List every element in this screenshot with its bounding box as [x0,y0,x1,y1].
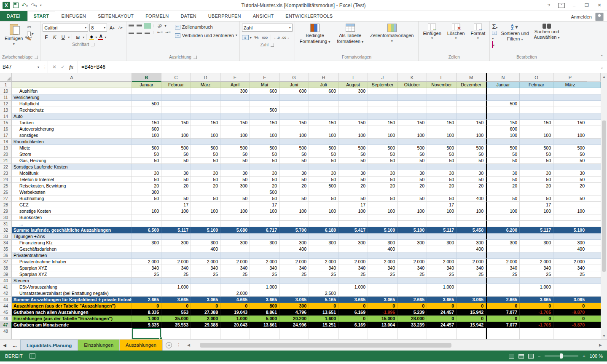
cell[interactable]: 25 [191,271,220,278]
horizontal-scrollbar[interactable]: ◀ ▶ [185,342,604,348]
cell[interactable]: 2.000 [520,259,553,265]
cell[interactable]: 100 [220,208,250,214]
cell[interactable] [486,252,520,259]
cell[interactable]: 100 [427,132,457,139]
cell[interactable] [457,233,486,240]
cell[interactable] [309,246,338,252]
cell[interactable]: 3.065 [368,297,398,303]
row-header-25[interactable]: 25 [0,183,12,189]
cell[interactable]: 300 [279,240,309,246]
cell[interactable]: 100 [457,132,486,139]
cell[interactable] [309,252,338,259]
column-header-H[interactable]: H [309,73,338,82]
cell[interactable]: 6.169 [338,309,368,316]
cell[interactable]: 500 [132,101,161,107]
cell[interactable]: 300 [427,240,457,246]
cell[interactable]: 50 [309,177,338,183]
cell[interactable] [191,284,220,290]
row-header-1[interactable]: 1 [0,82,12,88]
cell[interactable] [398,164,427,170]
cell[interactable] [427,221,457,227]
cell[interactable] [279,233,309,240]
cell[interactable] [553,113,587,120]
cell[interactable] [553,202,587,208]
cell[interactable] [191,101,220,107]
zoom-slider[interactable] [545,356,578,356]
cell[interactable] [191,113,220,120]
cell[interactable]: 340 [427,265,457,271]
cell[interactable] [309,221,338,227]
cell-label-A38[interactable]: Sparplan XYZ [12,265,132,271]
cell[interactable]: 0 [520,303,553,309]
cell[interactable]: 100 [427,208,457,214]
zoom-level[interactable]: 100 % [590,353,603,359]
cell[interactable]: 50 [486,158,520,164]
cell-label-A30[interactable]: Bürokosten [12,214,132,221]
cell[interactable] [161,290,191,297]
cell[interactable] [309,126,338,132]
cell[interactable]: 6.717 [250,227,279,233]
cell[interactable] [368,252,398,259]
cell[interactable]: 500 [250,145,279,151]
decrease-font-icon[interactable]: A▾ [117,24,124,32]
cell[interactable]: 2.665 [132,297,161,303]
row-header-38[interactable]: 38 [0,265,12,271]
cell[interactable] [486,221,520,227]
cell[interactable]: 0 [220,303,250,309]
cell-label-A45[interactable]: Guthaben nach allen Auszahlungen [12,309,132,316]
cell[interactable]: 50 [250,177,279,183]
page-break-view-icon[interactable] [528,354,534,359]
cell[interactable] [368,328,398,339]
cell[interactable] [309,139,338,145]
cell[interactable]: 0 [457,303,486,309]
month-cell-year2[interactable]: März [553,82,587,88]
underline-button[interactable]: U [59,33,67,41]
cell[interactable] [132,284,161,290]
cell[interactable]: 3.065 [191,297,220,303]
cell[interactable]: 30 [132,170,161,177]
cell-label-A25[interactable]: Reisekosten, Bewirtung [12,183,132,189]
cell[interactable] [368,139,398,145]
cell[interactable] [161,94,191,101]
cell[interactable] [220,94,250,101]
cell[interactable] [161,88,191,94]
format-painter-button[interactable] [27,38,33,40]
cell[interactable]: 15.942 [457,322,486,328]
cell[interactable]: 300 [368,240,398,246]
cell-label-A14[interactable]: Auto [12,113,132,120]
cell[interactable]: 300 [398,240,427,246]
cell[interactable] [368,126,398,132]
cell[interactable] [486,113,520,120]
scroll-down-icon[interactable]: ▼ [601,332,607,339]
cell[interactable] [132,328,161,339]
confirm-entry-icon[interactable]: ✓ [61,64,65,70]
cell[interactable]: 500 [486,101,520,107]
cell[interactable]: 500 [309,183,338,189]
cell[interactable] [250,101,279,107]
cell[interactable]: 100 [398,132,427,139]
sheet-nav-left-icon[interactable]: ◀ [0,340,9,351]
month-cell[interactable]: Juli [309,82,338,88]
row-header-29[interactable]: 29 [0,208,12,214]
cell[interactable]: 30 [338,170,368,177]
cell[interactable] [161,101,191,107]
cell[interactable] [486,246,520,252]
cell[interactable]: 2.000 [309,259,338,265]
month-cell[interactable]: Dezember [457,82,486,88]
cell[interactable]: 100 [553,208,587,214]
cell-label-A42[interactable]: Umsatzsteuerzahllast (bei Erstattung neg… [12,290,132,297]
cell[interactable]: 0 [368,303,398,309]
cell[interactable] [553,101,587,107]
cell[interactable]: 20 [279,183,309,189]
column-header-G[interactable]: G [279,73,309,82]
cell[interactable]: 50 [161,158,191,164]
cell[interactable]: 2.000 [191,316,220,322]
row-header-45[interactable]: 45 [0,309,12,316]
cell[interactable]: 50 [220,177,250,183]
tab-entwicklertools[interactable]: ENTWICKLERTOOLS [279,11,338,21]
cell[interactable]: 50 [279,158,309,164]
cell[interactable]: 100 [279,132,309,139]
cell[interactable] [520,88,553,94]
cell[interactable]: 500 [398,145,427,151]
cell[interactable]: 50 [279,177,309,183]
